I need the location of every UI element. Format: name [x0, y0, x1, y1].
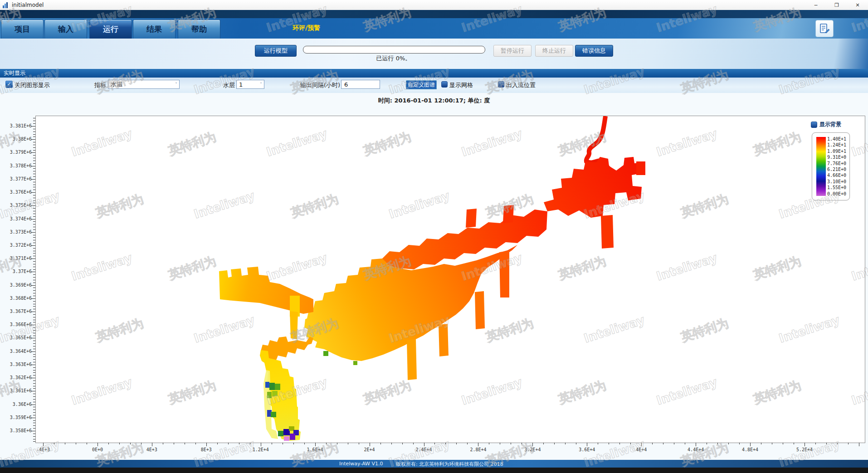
y-minor-tick	[33, 415, 35, 415]
show-background-toggle[interactable]: 显示背景	[811, 121, 841, 128]
tail-cell-green	[267, 392, 272, 398]
y-major-tick	[31, 152, 35, 153]
x-minor-tick	[174, 443, 174, 444]
x-minor-tick	[826, 443, 827, 444]
copyright-label: 版权所有: 北京英特利为环境科技有限公司 2018	[396, 461, 503, 468]
colorbar-value: 3.10E+0	[827, 179, 849, 185]
y-minor-tick	[33, 174, 35, 174]
y-tick-label: 3.373E+6	[4, 229, 32, 234]
x-minor-tick	[489, 443, 489, 444]
colorbar-value: 0.00E+0	[827, 191, 849, 197]
y-minor-tick	[33, 203, 35, 203]
bottom-strip	[0, 468, 868, 473]
show-grid-checkbox[interactable]	[441, 81, 448, 88]
x-minor-tick	[195, 443, 196, 444]
x-minor-tick	[663, 443, 663, 444]
y-major-tick	[31, 139, 35, 140]
y-minor-tick	[33, 290, 35, 291]
x-major-tick	[98, 443, 98, 446]
minimize-button[interactable]: ─	[805, 0, 826, 10]
close-button[interactable]: ✕	[847, 0, 868, 10]
x-minor-tick	[348, 443, 348, 444]
y-major-tick	[31, 126, 35, 127]
x-tick-label: 4.8E+4	[736, 447, 765, 452]
layer-label: 水层	[223, 81, 235, 89]
x-tick-label: -4E+3	[29, 447, 58, 452]
y-minor-tick	[33, 251, 35, 251]
y-minor-tick	[33, 155, 35, 156]
run-model-button[interactable]: 运行模型	[255, 45, 297, 57]
y-minor-tick	[33, 261, 35, 262]
y-minor-tick	[33, 367, 35, 368]
maximize-button[interactable]: ❐	[826, 0, 847, 10]
y-minor-tick	[33, 200, 35, 201]
lake-finger	[439, 324, 449, 356]
y-minor-tick	[33, 386, 35, 386]
y-minor-tick	[33, 346, 35, 346]
y-tick-label: 3.374E+6	[4, 216, 32, 221]
y-major-tick	[31, 192, 35, 193]
interval-input[interactable]: 6	[341, 80, 380, 89]
tip-cell-green	[278, 431, 283, 436]
tab-run[interactable]: 运行	[89, 20, 132, 39]
x-minor-tick	[293, 443, 294, 444]
y-tick-label: 3.379E+6	[4, 150, 32, 155]
x-minor-tick	[761, 443, 761, 444]
x-major-tick	[43, 443, 44, 446]
y-tick-label: 3.376E+6	[4, 190, 32, 195]
y-minor-tick	[33, 256, 35, 256]
y-major-tick	[31, 391, 35, 391]
tab-results[interactable]: 结果	[133, 20, 176, 39]
y-minor-tick	[33, 410, 35, 410]
y-tick-label: 3.358E+6	[4, 428, 32, 433]
tab-project[interactable]: 项目	[1, 20, 44, 39]
y-minor-tick	[33, 235, 35, 235]
menu-bar: 项目 输入 运行 结果 帮助 环评/预警	[0, 18, 868, 39]
colorbar-value: 1.09E+1	[827, 148, 849, 154]
x-minor-tick	[467, 443, 468, 444]
y-tick-label: 3.364E+6	[4, 349, 32, 354]
x-minor-tick	[772, 443, 772, 444]
y-tick-label: 3.369E+6	[4, 283, 32, 288]
x-major-tick	[696, 443, 696, 446]
x-major-tick	[315, 443, 316, 446]
x-major-tick	[206, 443, 207, 446]
error-info-button[interactable]: 错误信息	[575, 45, 613, 57]
y-tick-label: 3.363E+6	[4, 362, 32, 367]
x-minor-tick	[456, 443, 457, 444]
tab-input[interactable]: 输入	[44, 20, 87, 39]
y-major-tick	[31, 312, 35, 312]
y-tick-label: 3.371E+6	[4, 256, 32, 261]
notes-button[interactable]	[815, 20, 834, 37]
y-minor-tick	[33, 436, 35, 437]
indicator-select[interactable]: 水温 ˅	[108, 80, 180, 89]
y-minor-tick	[33, 425, 35, 426]
y-minor-tick	[33, 267, 35, 267]
x-minor-tick	[728, 443, 729, 444]
y-major-tick	[31, 166, 35, 166]
x-major-tick	[261, 443, 261, 446]
stop-run-button[interactable]: 终止运行	[535, 45, 573, 57]
y-minor-tick	[33, 237, 35, 238]
y-tick-label: 3.37E+6	[4, 269, 32, 274]
x-minor-tick	[119, 443, 120, 444]
custom-palette-button[interactable]: 自定义图谱	[406, 80, 437, 89]
x-minor-tick	[565, 443, 566, 444]
close-graph-checkbox[interactable]: ✓	[5, 81, 13, 88]
lake-finger	[475, 291, 485, 329]
y-minor-tick	[33, 264, 35, 264]
y-minor-tick	[33, 171, 35, 171]
tail-cell-blue	[265, 382, 269, 388]
pause-run-button[interactable]: 暂停运行	[493, 45, 532, 57]
layer-select[interactable]: 1 ˅	[236, 80, 264, 89]
x-minor-tick	[837, 443, 838, 444]
tab-help[interactable]: 帮助	[178, 20, 220, 39]
y-minor-tick	[33, 420, 35, 421]
y-minor-tick	[33, 375, 35, 375]
flow-position-checkbox[interactable]	[498, 81, 504, 88]
app-version-label: Intelway-AW V1.0	[339, 461, 383, 467]
river-block	[636, 161, 645, 175]
show-background-checkbox[interactable]	[811, 122, 817, 128]
realtime-section-header: 实时显示	[0, 69, 868, 78]
y-minor-tick	[33, 161, 35, 161]
